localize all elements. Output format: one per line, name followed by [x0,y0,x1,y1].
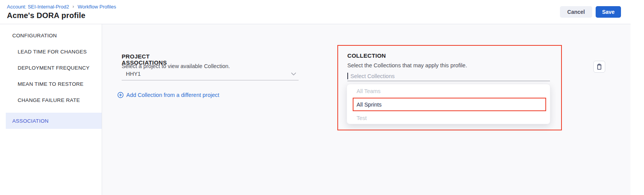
collections-dropdown: All TeamsAll SprintsTest [347,84,550,124]
project-select[interactable]: HHY1 [122,68,299,80]
cancel-button[interactable]: Cancel [560,6,592,18]
add-collection-link[interactable]: Add Collection from a different project [117,91,219,99]
save-button[interactable]: Save [596,6,621,18]
dropdown-option-all-sprints[interactable]: All Sprints [347,98,550,111]
main-content: ASSOCIATIONS PROJECT Select a project to… [102,24,631,195]
text-cursor-icon [347,73,348,79]
dropdown-option-test[interactable]: Test [347,111,550,125]
collection-title: COLLECTION [347,52,386,59]
dropdown-option-all-teams[interactable]: All Teams [347,84,550,98]
collections-input-placeholder: Select Collections [350,73,395,79]
breadcrumb-chevron-icon: › [73,3,74,9]
breadcrumb-account-link[interactable]: Account: SEI-Internal-Prod2 [7,4,69,10]
collection-description: Select the Collections that may apply th… [347,62,467,68]
header-actions: Cancel Save [560,6,621,18]
plus-circle-icon [117,92,124,98]
app-frame: Account: SEI-Internal-Prod2 › Workflow P… [0,0,631,195]
project-select-value: HHY1 [122,71,141,77]
trash-icon [596,63,602,70]
sidebar-item-lead-time-for-changes[interactable]: LEAD TIME FOR CHANGES [0,43,102,60]
header: Account: SEI-Internal-Prod2 › Workflow P… [0,0,631,24]
collections-search-input[interactable]: Select Collections [347,71,550,81]
sidebar-item-deployment-frequency[interactable]: DEPLOYMENT FREQUENCY [0,60,102,76]
delete-association-button[interactable] [593,61,605,73]
project-title: PROJECT [122,53,150,60]
sidebar-item-mean-time-to-restore[interactable]: MEAN TIME TO RESTORE [0,76,102,92]
collection-section-annotation-box: COLLECTION Select the Collections that m… [337,45,562,130]
page: Account: SEI-Internal-Prod2 › Workflow P… [0,0,644,195]
chevron-down-icon [291,72,296,76]
add-collection-link-label: Add Collection from a different project [126,92,219,98]
sidebar-item-change-failure-rate[interactable]: CHANGE FAILURE RATE [0,92,102,108]
breadcrumb: Account: SEI-Internal-Prod2 › Workflow P… [7,4,116,10]
sidebar-item-association[interactable]: ASSOCIATION [6,113,102,129]
sidebar-nav: CONFIGURATIONLEAD TIME FOR CHANGESDEPLOY… [0,24,102,195]
page-title: Acme's DORA profile [7,11,86,20]
sidebar-item-configuration[interactable]: CONFIGURATION [0,27,102,43]
breadcrumb-workflow-profiles-link[interactable]: Workflow Profiles [78,4,116,10]
